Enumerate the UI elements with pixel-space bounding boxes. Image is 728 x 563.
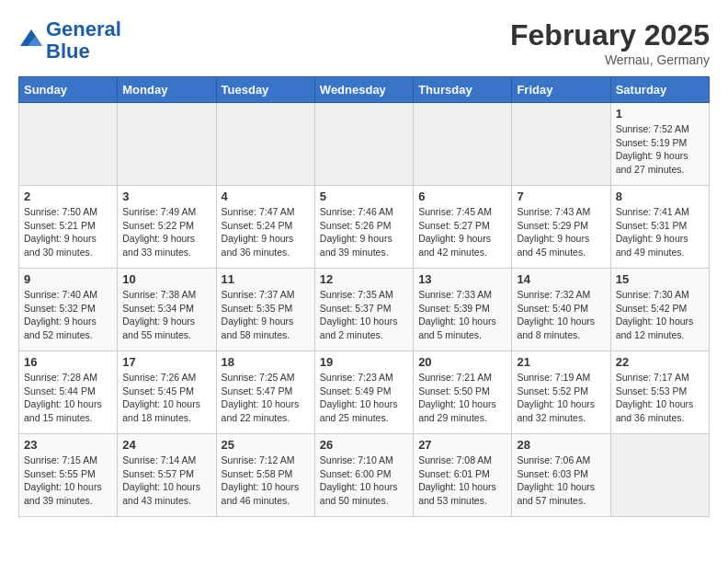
calendar-cell: 24Sunrise: 7:14 AM Sunset: 5:57 PM Dayli… [118,434,216,517]
day-number: 21 [517,355,605,369]
day-number: 9 [24,272,112,286]
calendar-cell [314,103,413,186]
day-number: 11 [222,272,310,286]
day-info: Sunrise: 7:52 AM Sunset: 5:19 PM Dayligh… [616,122,704,177]
day-info: Sunrise: 7:28 AM Sunset: 5:44 PM Dayligh… [24,371,112,425]
calendar-cell [19,103,118,186]
weekday-header-sunday: Sunday [19,77,118,103]
calendar-cell: 20Sunrise: 7:21 AM Sunset: 5:50 PM Dayli… [414,351,512,434]
calendar-cell: 8Sunrise: 7:41 AM Sunset: 5:31 PM Daylig… [610,186,709,269]
day-number: 17 [122,355,210,369]
calendar-cell [512,103,610,186]
day-number: 3 [122,190,210,203]
logo-text: General Blue [46,18,121,63]
day-number: 18 [222,355,310,369]
day-info: Sunrise: 7:37 AM Sunset: 5:35 PM Dayligh… [222,288,310,342]
location: Wernau, Germany [510,52,710,67]
title-block: February 2025 Wernau, Germany [510,18,710,67]
day-info: Sunrise: 7:49 AM Sunset: 5:22 PM Dayligh… [122,205,210,259]
calendar-cell: 18Sunrise: 7:25 AM Sunset: 5:47 PM Dayli… [216,351,314,434]
day-number: 1 [616,107,704,121]
day-info: Sunrise: 7:26 AM Sunset: 5:45 PM Dayligh… [122,371,210,425]
weekday-header-friday: Friday [512,77,610,103]
day-info: Sunrise: 7:12 AM Sunset: 5:58 PM Dayligh… [222,454,310,508]
weekday-header-wednesday: Wednesday [314,77,413,103]
day-info: Sunrise: 7:35 AM Sunset: 5:37 PM Dayligh… [320,288,408,342]
day-number: 4 [222,190,310,203]
calendar-cell: 13Sunrise: 7:33 AM Sunset: 5:39 PM Dayli… [414,269,512,351]
day-number: 25 [222,438,310,452]
calendar-cell: 28Sunrise: 7:06 AM Sunset: 6:03 PM Dayli… [512,434,610,517]
day-number: 26 [320,438,408,452]
calendar-cell: 22Sunrise: 7:17 AM Sunset: 5:53 PM Dayli… [610,351,709,434]
calendar-cell: 25Sunrise: 7:12 AM Sunset: 5:58 PM Dayli… [216,434,314,517]
calendar-cell [610,434,709,517]
day-info: Sunrise: 7:15 AM Sunset: 5:55 PM Dayligh… [24,454,112,508]
logo-line1: General [46,17,121,40]
day-info: Sunrise: 7:50 AM Sunset: 5:21 PM Dayligh… [24,205,112,259]
calendar-week-5: 23Sunrise: 7:15 AM Sunset: 5:55 PM Dayli… [19,434,710,517]
calendar-week-3: 9Sunrise: 7:40 AM Sunset: 5:32 PM Daylig… [19,269,710,351]
calendar-cell: 26Sunrise: 7:10 AM Sunset: 6:00 PM Dayli… [314,434,413,517]
day-info: Sunrise: 7:41 AM Sunset: 5:31 PM Dayligh… [616,205,704,259]
month-title: February 2025 [510,18,710,52]
day-number: 22 [616,355,704,369]
day-info: Sunrise: 7:32 AM Sunset: 5:40 PM Dayligh… [517,288,605,342]
calendar-cell: 11Sunrise: 7:37 AM Sunset: 5:35 PM Dayli… [216,269,314,351]
calendar-table: SundayMondayTuesdayWednesdayThursdayFrid… [18,76,710,517]
day-info: Sunrise: 7:46 AM Sunset: 5:26 PM Dayligh… [320,205,408,259]
calendar-cell: 2Sunrise: 7:50 AM Sunset: 5:21 PM Daylig… [19,186,118,269]
day-info: Sunrise: 7:33 AM Sunset: 5:39 PM Dayligh… [418,288,506,342]
day-number: 8 [616,190,704,203]
calendar-cell [118,103,216,186]
calendar-cell: 4Sunrise: 7:47 AM Sunset: 5:24 PM Daylig… [216,186,314,269]
day-number: 28 [517,438,605,452]
day-info: Sunrise: 7:06 AM Sunset: 6:03 PM Dayligh… [517,454,605,508]
day-info: Sunrise: 7:23 AM Sunset: 5:49 PM Dayligh… [320,371,408,425]
day-info: Sunrise: 7:25 AM Sunset: 5:47 PM Dayligh… [222,371,310,425]
calendar-cell: 14Sunrise: 7:32 AM Sunset: 5:40 PM Dayli… [512,269,610,351]
day-info: Sunrise: 7:30 AM Sunset: 5:42 PM Dayligh… [616,288,704,342]
calendar-header-row: SundayMondayTuesdayWednesdayThursdayFrid… [19,77,710,103]
day-number: 2 [24,190,112,203]
calendar-cell: 21Sunrise: 7:19 AM Sunset: 5:52 PM Dayli… [512,351,610,434]
weekday-header-saturday: Saturday [610,77,709,103]
day-number: 5 [320,190,408,203]
weekday-header-tuesday: Tuesday [216,77,314,103]
day-number: 7 [517,190,605,203]
day-number: 13 [418,272,506,286]
day-info: Sunrise: 7:19 AM Sunset: 5:52 PM Dayligh… [517,371,605,425]
calendar-cell: 5Sunrise: 7:46 AM Sunset: 5:26 PM Daylig… [314,186,413,269]
calendar-cell: 10Sunrise: 7:38 AM Sunset: 5:34 PM Dayli… [118,269,216,351]
day-info: Sunrise: 7:17 AM Sunset: 5:53 PM Dayligh… [616,371,704,425]
day-info: Sunrise: 7:21 AM Sunset: 5:50 PM Dayligh… [418,371,506,425]
day-number: 15 [616,272,704,286]
day-number: 20 [418,355,506,369]
calendar-cell: 1Sunrise: 7:52 AM Sunset: 5:19 PM Daylig… [610,103,709,186]
logo-icon [18,28,44,53]
day-info: Sunrise: 7:14 AM Sunset: 5:57 PM Dayligh… [122,454,210,508]
day-info: Sunrise: 7:38 AM Sunset: 5:34 PM Dayligh… [122,288,210,342]
day-info: Sunrise: 7:10 AM Sunset: 6:00 PM Dayligh… [320,454,408,508]
day-info: Sunrise: 7:43 AM Sunset: 5:29 PM Dayligh… [517,205,605,259]
page-header: General Blue February 2025 Wernau, Germa… [18,18,710,67]
weekday-header-monday: Monday [118,77,216,103]
day-number: 16 [24,355,112,369]
calendar-cell: 16Sunrise: 7:28 AM Sunset: 5:44 PM Dayli… [19,351,118,434]
calendar-cell: 27Sunrise: 7:08 AM Sunset: 6:01 PM Dayli… [414,434,512,517]
calendar-cell: 12Sunrise: 7:35 AM Sunset: 5:37 PM Dayli… [314,269,413,351]
day-number: 10 [122,272,210,286]
calendar-cell: 19Sunrise: 7:23 AM Sunset: 5:49 PM Dayli… [314,351,413,434]
calendar-cell: 3Sunrise: 7:49 AM Sunset: 5:22 PM Daylig… [118,186,216,269]
day-info: Sunrise: 7:08 AM Sunset: 6:01 PM Dayligh… [418,454,506,508]
calendar-cell: 9Sunrise: 7:40 AM Sunset: 5:32 PM Daylig… [19,269,118,351]
day-number: 23 [24,438,112,452]
calendar-cell: 7Sunrise: 7:43 AM Sunset: 5:29 PM Daylig… [512,186,610,269]
calendar-cell: 6Sunrise: 7:45 AM Sunset: 5:27 PM Daylig… [414,186,512,269]
day-number: 14 [517,272,605,286]
calendar-cell: 23Sunrise: 7:15 AM Sunset: 5:55 PM Dayli… [19,434,118,517]
calendar-week-4: 16Sunrise: 7:28 AM Sunset: 5:44 PM Dayli… [19,351,710,434]
calendar-week-1: 1Sunrise: 7:52 AM Sunset: 5:19 PM Daylig… [19,103,710,186]
day-number: 19 [320,355,408,369]
day-number: 24 [122,438,210,452]
